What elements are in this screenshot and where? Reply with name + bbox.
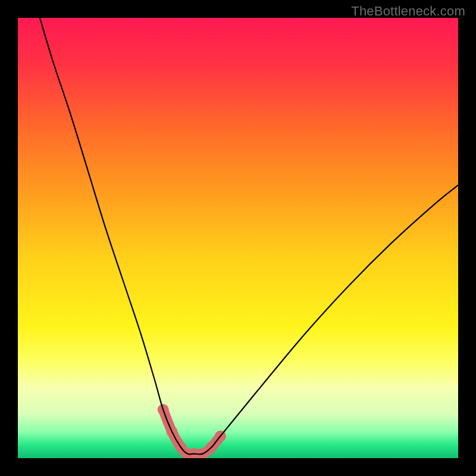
watermark-label: TheBottleneck.com [351, 4, 465, 19]
chart-svg [18, 18, 458, 458]
chart-frame: TheBottleneck.com [0, 0, 476, 476]
plot-area [18, 18, 458, 458]
gradient-background [18, 18, 458, 458]
